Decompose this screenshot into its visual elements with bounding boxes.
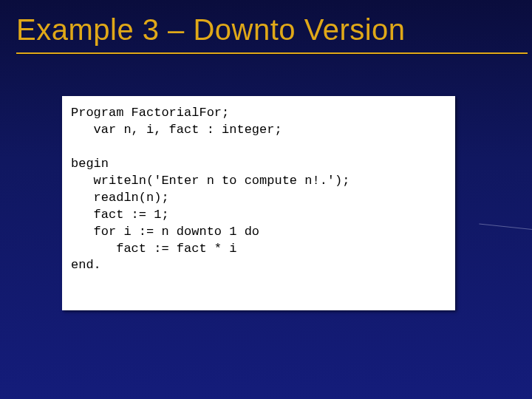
title-underline: [16, 52, 528, 54]
code-line: fact := 1;: [71, 208, 169, 222]
code-line: readln(n);: [71, 191, 169, 205]
slide-title: Example 3 – Downto Version: [16, 13, 532, 51]
code-line: end.: [71, 258, 101, 272]
code-line: for i := n downto 1 do: [71, 225, 259, 239]
code-line: var n, i, fact : integer;: [71, 123, 282, 137]
code-line: Program FactorialFor;: [71, 106, 229, 120]
code-line: writeln('Enter n to compute n!.');: [71, 174, 349, 188]
title-area: Example 3 – Downto Version: [0, 0, 532, 54]
code-text: Program FactorialFor; var n, i, fact : i…: [71, 105, 449, 274]
code-block: Program FactorialFor; var n, i, fact : i…: [62, 96, 455, 310]
decorative-line: [479, 223, 532, 230]
code-line: fact := fact * i: [71, 242, 236, 256]
slide: Example 3 – Downto Version Program Facto…: [0, 0, 532, 399]
code-line: begin: [71, 157, 109, 171]
